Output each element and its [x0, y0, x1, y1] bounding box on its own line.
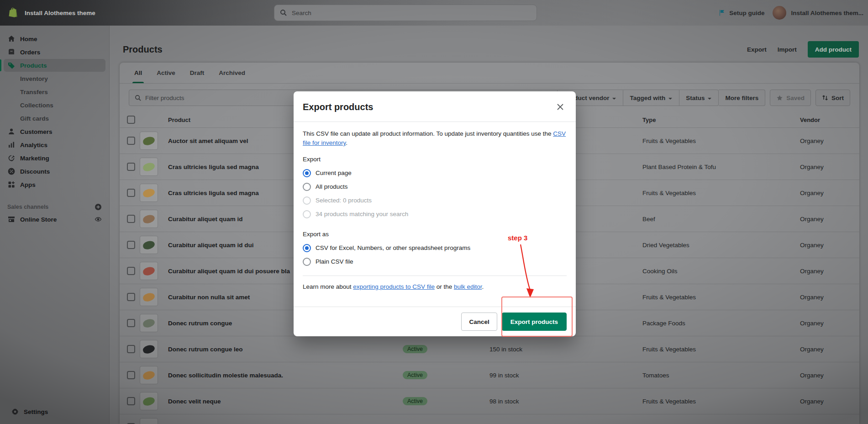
learn-more-text: Learn more about exporting products to C…: [303, 276, 567, 290]
row-checkbox[interactable]: [127, 241, 135, 249]
product-thumbnail: [140, 132, 158, 150]
radio-button[interactable]: [303, 258, 311, 266]
sidebar-item-orders[interactable]: Orders: [4, 46, 105, 58]
search-icon: [280, 9, 287, 16]
sidebar-item-label: Marketing: [20, 155, 49, 162]
bulk-editor-link[interactable]: bulk editor: [454, 283, 482, 290]
sidebar-item-transfers[interactable]: Transfers: [4, 85, 105, 98]
row-checkbox[interactable]: [127, 319, 135, 327]
row-checkbox[interactable]: [127, 267, 135, 275]
saved-button[interactable]: Saved: [770, 90, 811, 106]
tab-all[interactable]: All: [127, 63, 149, 83]
product-image: [142, 370, 156, 381]
tab-archived[interactable]: Archived: [211, 63, 253, 83]
radio-button[interactable]: [303, 169, 311, 177]
row-checkbox[interactable]: [127, 137, 135, 145]
select-all-checkbox[interactable]: [127, 116, 135, 124]
type-cell: Dried Vegetables: [642, 242, 800, 249]
sidebar-item-collections[interactable]: Collections: [4, 99, 105, 111]
table-row[interactable]: Donec sollicitudin molestie malesuada.Ac…: [120, 362, 859, 388]
tab-draft[interactable]: Draft: [183, 63, 212, 83]
radio-export-as-0[interactable]: CSV for Excel, Numbers, or other spreads…: [303, 244, 567, 253]
exporting-products-link[interactable]: exporting products to CSV file: [353, 283, 435, 290]
sidebar-item-online-store[interactable]: Online Store: [4, 213, 105, 226]
marketing-icon: [7, 154, 16, 162]
radio-button[interactable]: [303, 183, 311, 191]
product-name[interactable]: Donec rutrum congue leo: [168, 346, 403, 353]
sidebar-item-label: Inventory: [20, 75, 48, 82]
cancel-button[interactable]: Cancel: [461, 313, 497, 331]
product-thumbnail: [140, 366, 158, 384]
online-store-label: Online Store: [20, 216, 57, 223]
sidebar-item-inventory[interactable]: Inventory: [4, 72, 105, 85]
row-checkbox[interactable]: [127, 163, 135, 171]
filter-tagged-with[interactable]: Tagged with: [623, 90, 679, 106]
vendor-cell: Organey: [800, 320, 859, 327]
close-icon[interactable]: [554, 101, 567, 113]
radio-button: [303, 210, 311, 218]
sidebar-item-gift-cards[interactable]: Gift cards: [4, 112, 105, 125]
eye-icon[interactable]: [95, 216, 102, 223]
table-row[interactable]: [120, 414, 859, 424]
radio-export-as-1[interactable]: Plain CSV file: [303, 257, 567, 266]
product-name[interactable]: Donec sollicitudin molestie malesuada.: [168, 372, 403, 379]
sidebar-item-label: Transfers: [20, 89, 48, 95]
account-menu[interactable]: Install Alothemes them...: [773, 6, 863, 20]
step-annotation-label: step 3: [508, 234, 527, 242]
vendor-cell: Organey: [800, 164, 859, 170]
type-cell: Cooking Oils: [642, 268, 800, 275]
row-checkbox[interactable]: [127, 189, 135, 197]
products-icon: [7, 61, 16, 69]
sidebar-item-marketing[interactable]: Marketing: [4, 152, 105, 164]
shopify-logo-icon: [8, 7, 19, 19]
product-thumbnail: [140, 158, 158, 176]
home-icon: [7, 35, 16, 43]
sidebar-item-products[interactable]: Products: [4, 59, 105, 72]
export-button[interactable]: Export: [747, 46, 767, 53]
product-image: [142, 396, 156, 407]
vendor-cell: Organey: [800, 216, 859, 223]
import-button[interactable]: Import: [778, 46, 797, 53]
type-cell: Fruits & Vegetables: [642, 398, 800, 405]
sort-button[interactable]: Sort: [815, 90, 850, 106]
chevron-down-icon: [668, 95, 673, 100]
saved-label: Saved: [786, 95, 805, 101]
sidebar-item-apps[interactable]: Apps: [4, 178, 105, 191]
sidebar-item-label: Customers: [20, 128, 53, 135]
sidebar-item-customers[interactable]: Customers: [4, 125, 105, 138]
setup-guide-button[interactable]: Setup guide: [718, 9, 764, 16]
sidebar-item-home[interactable]: Home: [4, 32, 105, 45]
search-input[interactable]: Search: [274, 5, 537, 21]
row-checkbox[interactable]: [127, 345, 135, 353]
analytics-icon: [7, 141, 16, 149]
sidebar-item-analytics[interactable]: Analytics: [4, 138, 105, 151]
radio-export-1[interactable]: All products: [303, 182, 567, 191]
product-image: [142, 344, 156, 355]
export-products-button[interactable]: Export products: [502, 313, 567, 331]
more-filters-button[interactable]: More filters: [719, 90, 765, 106]
row-checkbox[interactable]: [127, 371, 135, 379]
row-checkbox[interactable]: [127, 293, 135, 301]
vendor-cell: Organey: [800, 372, 859, 379]
tab-active[interactable]: Active: [149, 63, 183, 83]
radio-export-0[interactable]: Current page: [303, 169, 567, 178]
table-row[interactable]: Donec rutrum congue leoActive150 in stoc…: [120, 336, 859, 362]
type-cell: Beef: [642, 216, 800, 223]
vendor-cell: Organey: [800, 346, 859, 353]
radio-button[interactable]: [303, 244, 311, 252]
product-name[interactable]: Donec velit neque: [168, 398, 403, 405]
row-checkbox[interactable]: [127, 215, 135, 223]
type-cell: Fruits & Vegetables: [642, 138, 800, 144]
add-product-button[interactable]: Add product: [808, 41, 859, 58]
chevron-down-icon: [612, 95, 616, 100]
sidebar-item-settings[interactable]: Settings: [7, 405, 102, 418]
vendor-cell: Organey: [800, 294, 859, 301]
table-row[interactable]: Donec velit nequeActive98 in stockFruits…: [120, 388, 859, 414]
filter-status[interactable]: Status: [679, 90, 719, 106]
status-badge: Active: [403, 397, 427, 405]
sales-channels-section: Sales channels: [7, 203, 102, 211]
row-checkbox[interactable]: [127, 397, 135, 405]
add-channel-icon[interactable]: [95, 203, 102, 211]
avatar: [773, 6, 786, 20]
sidebar-item-discounts[interactable]: Discounts: [4, 165, 105, 178]
